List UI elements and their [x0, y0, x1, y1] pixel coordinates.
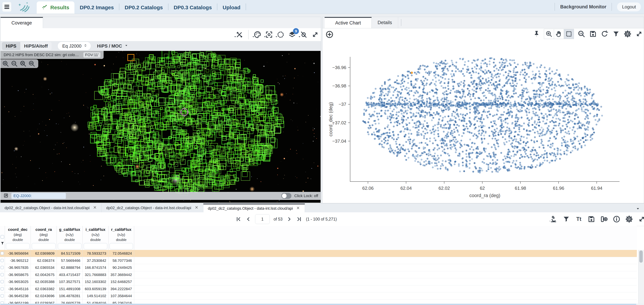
layers-icon-button[interactable]: 9	[288, 31, 296, 39]
select-region-icon-button[interactable]	[276, 31, 284, 39]
table-row[interactable]: -36.964523862.0243696106.4878281149.5141…	[0, 292, 637, 299]
logout-button[interactable]: Logout	[617, 3, 641, 11]
zoom-in-icon-button[interactable]	[2, 60, 9, 67]
horizontal-scrollbar[interactable]	[0, 303, 644, 305]
save-icon-button[interactable]	[589, 30, 597, 38]
table-row[interactable]: -36.965783562.036553462.8888794166.87415…	[0, 264, 637, 271]
scrollbar-thumb[interactable]	[639, 250, 643, 263]
table-row[interactable]: -36.964511662.0363382151.4891008603.6059…	[0, 285, 637, 292]
column-unit: (nJy)	[83, 232, 108, 237]
scrollbar-thumb[interactable]	[0, 304, 636, 305]
scatter-chart[interactable]: 62.0662.0462.026261.9861.9661.94−36.96−3…	[322, 42, 644, 203]
menu-button[interactable]	[2, 2, 12, 12]
caret-down-icon	[298, 35, 302, 39]
zoom-in-icon-button[interactable]	[544, 29, 554, 39]
select-area-icon-button[interactable]	[564, 29, 574, 39]
filter-icon-button[interactable]	[562, 215, 570, 223]
row-checkbox[interactable]	[0, 266, 4, 269]
close-icon[interactable]	[194, 205, 199, 211]
cell-g_calibFlux: 151.4891008	[57, 285, 83, 292]
cell-g_calibFlux: 403.4715437	[57, 271, 83, 278]
settings-icon-button[interactable]	[625, 215, 633, 223]
nav-tab-dp0-3-catalogs[interactable]: DP0.3 Catalogs	[168, 2, 217, 14]
column-filter-input[interactable]	[110, 243, 133, 249]
zoom-out-icon-button[interactable]	[11, 60, 18, 67]
hips-aitoff-toggle-option[interactable]: HiPS/Aitoff	[20, 42, 52, 50]
table-tabbar: dp02_dc2_catalogs.Object - data-int.lsst…	[0, 204, 644, 212]
column-header-r_calibFlux[interactable]: r_calibFlux(nJy)double	[108, 226, 134, 250]
row-checkbox[interactable]	[0, 252, 4, 255]
info-icon-button[interactable]	[612, 215, 620, 223]
zoom-fill-icon-button[interactable]	[28, 60, 36, 67]
row-checkbox[interactable]	[0, 287, 4, 290]
tab-details[interactable]: Details	[372, 17, 398, 28]
background-monitor-button[interactable]: Background Monitor	[560, 4, 606, 10]
tab-coverage[interactable]: Coverage	[0, 17, 43, 28]
select-all-checkbox[interactable]	[0, 235, 4, 239]
settings-icon-button[interactable]	[624, 30, 632, 38]
filter-icon-button[interactable]	[612, 30, 620, 38]
cell-coord_dec: -36.965212	[5, 257, 31, 264]
coverage-tabbar: Coverage	[0, 17, 321, 28]
next-page-button[interactable]	[286, 216, 292, 222]
center-image-icon-button[interactable]	[265, 31, 273, 39]
text-view-icon-button[interactable]: Tt	[575, 215, 583, 223]
hips-moc-dropdown[interactable]: HiPS / MOC	[97, 43, 128, 49]
zoom-original-icon-button[interactable]: 1X	[578, 30, 586, 38]
column-filter-input[interactable]	[84, 243, 107, 249]
vertical-scrollbar[interactable]	[638, 250, 644, 305]
close-icon[interactable]	[296, 206, 300, 211]
pan-hand-icon-button[interactable]	[554, 29, 564, 39]
close-icon[interactable]	[93, 205, 97, 211]
nav-tab-upload[interactable]: Upload	[217, 2, 246, 14]
last-page-button[interactable]	[296, 216, 302, 222]
row-checkbox[interactable]	[0, 294, 4, 297]
first-page-button[interactable]	[236, 216, 242, 222]
table-row[interactable]: -36.965669462.036980984.517150978.593327…	[0, 250, 637, 257]
coverage-controls: HiPS HiPS/Aitoff Eq J2000 HiPS / MOC	[0, 41, 321, 51]
click-lock-toggle[interactable]	[281, 193, 292, 199]
previous-page-button[interactable]	[245, 216, 251, 222]
hips-toggle-option[interactable]: HiPS	[2, 42, 20, 50]
pin-icon-button[interactable]	[532, 30, 540, 38]
column-filter-input[interactable]	[32, 243, 56, 249]
add-chart-button[interactable]	[325, 30, 334, 39]
restore-icon-button[interactable]	[600, 30, 608, 38]
nav-tab-results[interactable]: Results	[37, 2, 74, 14]
cell-i_calibFlux: 152.1603302	[83, 278, 108, 285]
analyze-icon-button[interactable]	[550, 215, 558, 223]
popout-icon[interactable]	[3, 193, 8, 199]
save-icon-button[interactable]	[588, 215, 596, 223]
tab-list-dropdown-icon[interactable]	[635, 206, 640, 212]
color-palette-icon-button[interactable]	[254, 31, 262, 39]
hips-moc-label: HiPS / MOC	[97, 43, 122, 49]
row-checkbox[interactable]	[0, 280, 4, 283]
nav-tab-dp0-2-catalogs[interactable]: DP0.2 Catalogs	[119, 2, 168, 14]
coord-system-select[interactable]: Eq J2000	[58, 42, 91, 50]
expand-icon-button[interactable]	[635, 30, 643, 38]
column-header-coord_ra[interactable]: coord_ra(deg)double	[31, 226, 57, 250]
table-tab-3[interactable]: dp02_dc2_catalogs.Object - data-int.lsst…	[203, 204, 305, 212]
tools-icon-button[interactable]	[235, 31, 244, 39]
row-checkbox[interactable]	[0, 259, 4, 262]
zoom-fit-icon-button[interactable]	[20, 60, 27, 67]
column-header-g_calibFlux[interactable]: g_calibFlux(nJy)double	[57, 226, 83, 250]
table-row[interactable]: -36.96521262.03637457.566946637.25308425…	[0, 257, 637, 264]
page-number-input[interactable]	[255, 214, 270, 224]
column-filter-input[interactable]	[6, 243, 30, 249]
sky-image[interactable]	[0, 51, 320, 203]
nav-tab-dp0-2-images[interactable]: DP0.2 Images	[74, 2, 119, 14]
expand-icon-button[interactable]	[311, 31, 319, 39]
table-tab-1[interactable]: dp02_dc2_catalogs.Object - data-int.lsst…	[0, 204, 102, 212]
add-column-icon-button[interactable]	[600, 215, 608, 223]
column-filter-input[interactable]	[58, 243, 82, 249]
unlink-icon-button[interactable]	[300, 31, 308, 39]
expand-icon-button[interactable]	[638, 215, 644, 223]
row-checkbox[interactable]	[0, 273, 4, 276]
table-row[interactable]: -36.965302562.0035388107.3527571152.1603…	[0, 278, 637, 285]
table-tab-2[interactable]: dp02_dc2_catalogs.Object - data-int.lsst…	[102, 204, 203, 212]
tab-active-chart[interactable]: Active Chart	[324, 17, 372, 28]
column-header-coord_dec[interactable]: coord_dec(deg)double	[5, 226, 31, 250]
table-row[interactable]: -36.965867562.0042675403.4715437321.7668…	[0, 271, 637, 278]
column-header-i_calibFlux[interactable]: i_calibFlux(nJy)double	[83, 226, 108, 250]
